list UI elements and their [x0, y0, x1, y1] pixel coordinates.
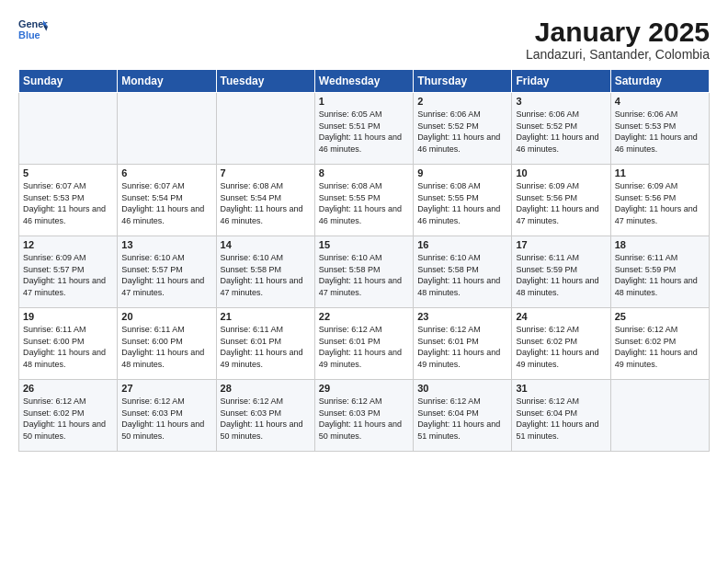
calendar-cell: 16Sunrise: 6:10 AM Sunset: 5:58 PM Dayli… [414, 236, 512, 308]
day-number: 8 [319, 167, 409, 178]
calendar-cell: 14Sunrise: 6:10 AM Sunset: 5:58 PM Dayli… [216, 236, 314, 308]
week-row-1: 1Sunrise: 6:05 AM Sunset: 5:51 PM Daylig… [19, 93, 710, 165]
day-number: 15 [319, 239, 409, 250]
day-number: 30 [417, 383, 507, 394]
day-number: 21 [221, 311, 311, 322]
day-header-sunday: Sunday [19, 70, 118, 93]
day-header-monday: Monday [118, 70, 216, 93]
week-row-2: 5Sunrise: 6:07 AM Sunset: 5:53 PM Daylig… [19, 165, 710, 236]
day-info: Sunrise: 6:07 AM Sunset: 5:54 PM Dayligh… [121, 180, 211, 226]
calendar-cell: 15Sunrise: 6:10 AM Sunset: 5:58 PM Dayli… [314, 236, 413, 308]
logo-icon: General Blue [18, 17, 48, 42]
day-number: 18 [615, 239, 705, 250]
calendar-cell: 28Sunrise: 6:12 AM Sunset: 6:03 PM Dayli… [216, 380, 314, 452]
header-row: SundayMondayTuesdayWednesdayThursdayFrid… [19, 70, 710, 93]
calendar-cell: 7Sunrise: 6:08 AM Sunset: 5:54 PM Daylig… [216, 165, 314, 236]
day-info: Sunrise: 6:09 AM Sunset: 5:56 PM Dayligh… [516, 180, 606, 226]
day-number: 29 [319, 383, 409, 394]
day-number: 26 [23, 383, 113, 394]
calendar-cell: 29Sunrise: 6:12 AM Sunset: 6:03 PM Dayli… [314, 380, 413, 452]
calendar-cell [118, 93, 216, 165]
calendar-cell: 24Sunrise: 6:12 AM Sunset: 6:02 PM Dayli… [512, 308, 610, 380]
calendar-cell: 20Sunrise: 6:11 AM Sunset: 6:00 PM Dayli… [118, 308, 216, 380]
calendar-cell: 2Sunrise: 6:06 AM Sunset: 5:52 PM Daylig… [414, 93, 512, 165]
calendar-cell: 27Sunrise: 6:12 AM Sunset: 6:03 PM Dayli… [118, 380, 216, 452]
calendar-cell: 31Sunrise: 6:12 AM Sunset: 6:04 PM Dayli… [512, 380, 610, 452]
day-number: 17 [516, 239, 606, 250]
svg-text:Blue: Blue [18, 29, 40, 40]
subtitle: Landazuri, Santander, Colombia [526, 47, 710, 62]
day-number: 19 [23, 311, 113, 322]
day-number: 5 [23, 167, 113, 178]
day-info: Sunrise: 6:08 AM Sunset: 5:55 PM Dayligh… [319, 180, 409, 226]
calendar-cell: 1Sunrise: 6:05 AM Sunset: 5:51 PM Daylig… [314, 93, 413, 165]
day-number: 14 [221, 239, 311, 250]
day-number: 9 [417, 167, 507, 178]
day-header-saturday: Saturday [610, 70, 709, 93]
day-info: Sunrise: 6:12 AM Sunset: 6:01 PM Dayligh… [417, 324, 507, 370]
calendar-cell: 22Sunrise: 6:12 AM Sunset: 6:01 PM Dayli… [314, 308, 413, 380]
day-info: Sunrise: 6:08 AM Sunset: 5:55 PM Dayligh… [417, 180, 507, 226]
day-info: Sunrise: 6:10 AM Sunset: 5:58 PM Dayligh… [221, 252, 311, 298]
calendar-cell: 17Sunrise: 6:11 AM Sunset: 5:59 PM Dayli… [512, 236, 610, 308]
day-number: 4 [615, 96, 705, 107]
week-row-5: 26Sunrise: 6:12 AM Sunset: 6:02 PM Dayli… [19, 380, 710, 452]
day-info: Sunrise: 6:11 AM Sunset: 6:00 PM Dayligh… [23, 324, 113, 370]
calendar-cell: 8Sunrise: 6:08 AM Sunset: 5:55 PM Daylig… [314, 165, 413, 236]
week-row-4: 19Sunrise: 6:11 AM Sunset: 6:00 PM Dayli… [19, 308, 710, 380]
calendar-cell: 6Sunrise: 6:07 AM Sunset: 5:54 PM Daylig… [118, 165, 216, 236]
day-number: 22 [319, 311, 409, 322]
day-info: Sunrise: 6:11 AM Sunset: 6:01 PM Dayligh… [221, 324, 311, 370]
day-number: 3 [516, 96, 606, 107]
day-info: Sunrise: 6:12 AM Sunset: 6:03 PM Dayligh… [121, 396, 211, 442]
day-header-wednesday: Wednesday [314, 70, 413, 93]
day-info: Sunrise: 6:12 AM Sunset: 6:01 PM Dayligh… [319, 324, 409, 370]
day-header-friday: Friday [512, 70, 610, 93]
calendar-cell: 23Sunrise: 6:12 AM Sunset: 6:01 PM Dayli… [414, 308, 512, 380]
day-number: 2 [417, 96, 507, 107]
day-header-tuesday: Tuesday [216, 70, 314, 93]
day-info: Sunrise: 6:12 AM Sunset: 6:02 PM Dayligh… [23, 396, 113, 442]
day-number: 10 [516, 167, 606, 178]
calendar-cell: 25Sunrise: 6:12 AM Sunset: 6:02 PM Dayli… [610, 308, 709, 380]
day-number: 23 [417, 311, 507, 322]
day-info: Sunrise: 6:05 AM Sunset: 5:51 PM Dayligh… [319, 109, 409, 155]
day-number: 13 [121, 239, 211, 250]
day-info: Sunrise: 6:12 AM Sunset: 6:04 PM Dayligh… [417, 396, 507, 442]
calendar-cell: 18Sunrise: 6:11 AM Sunset: 5:59 PM Dayli… [610, 236, 709, 308]
day-info: Sunrise: 6:12 AM Sunset: 6:02 PM Dayligh… [516, 324, 606, 370]
calendar-cell: 10Sunrise: 6:09 AM Sunset: 5:56 PM Dayli… [512, 165, 610, 236]
calendar-table: SundayMondayTuesdayWednesdayThursdayFrid… [18, 69, 710, 452]
calendar-cell: 19Sunrise: 6:11 AM Sunset: 6:00 PM Dayli… [19, 308, 118, 380]
day-info: Sunrise: 6:11 AM Sunset: 6:00 PM Dayligh… [121, 324, 211, 370]
page: General Blue January 2025 Landazuri, San… [0, 0, 728, 563]
day-info: Sunrise: 6:10 AM Sunset: 5:58 PM Dayligh… [417, 252, 507, 298]
calendar-cell: 30Sunrise: 6:12 AM Sunset: 6:04 PM Dayli… [414, 380, 512, 452]
day-number: 27 [121, 383, 211, 394]
day-number: 11 [615, 167, 705, 178]
logo: General Blue [18, 17, 48, 42]
day-info: Sunrise: 6:06 AM Sunset: 5:52 PM Dayligh… [516, 109, 606, 155]
calendar-cell: 13Sunrise: 6:10 AM Sunset: 5:57 PM Dayli… [118, 236, 216, 308]
day-number: 6 [121, 167, 211, 178]
day-info: Sunrise: 6:11 AM Sunset: 5:59 PM Dayligh… [615, 252, 705, 298]
day-info: Sunrise: 6:12 AM Sunset: 6:02 PM Dayligh… [615, 324, 705, 370]
day-info: Sunrise: 6:12 AM Sunset: 6:03 PM Dayligh… [221, 396, 311, 442]
day-number: 1 [319, 96, 409, 107]
day-info: Sunrise: 6:08 AM Sunset: 5:54 PM Dayligh… [221, 180, 311, 226]
calendar-cell: 12Sunrise: 6:09 AM Sunset: 5:57 PM Dayli… [19, 236, 118, 308]
calendar-cell: 5Sunrise: 6:07 AM Sunset: 5:53 PM Daylig… [19, 165, 118, 236]
day-header-thursday: Thursday [414, 70, 512, 93]
day-info: Sunrise: 6:12 AM Sunset: 6:04 PM Dayligh… [516, 396, 606, 442]
day-info: Sunrise: 6:11 AM Sunset: 5:59 PM Dayligh… [516, 252, 606, 298]
day-number: 20 [121, 311, 211, 322]
day-number: 25 [615, 311, 705, 322]
day-info: Sunrise: 6:10 AM Sunset: 5:58 PM Dayligh… [319, 252, 409, 298]
day-number: 7 [221, 167, 311, 178]
day-number: 16 [417, 239, 507, 250]
day-info: Sunrise: 6:09 AM Sunset: 5:57 PM Dayligh… [23, 252, 113, 298]
calendar-cell: 26Sunrise: 6:12 AM Sunset: 6:02 PM Dayli… [19, 380, 118, 452]
calendar-cell: 4Sunrise: 6:06 AM Sunset: 5:53 PM Daylig… [610, 93, 709, 165]
calendar-cell: 3Sunrise: 6:06 AM Sunset: 5:52 PM Daylig… [512, 93, 610, 165]
day-info: Sunrise: 6:06 AM Sunset: 5:53 PM Dayligh… [615, 109, 705, 155]
